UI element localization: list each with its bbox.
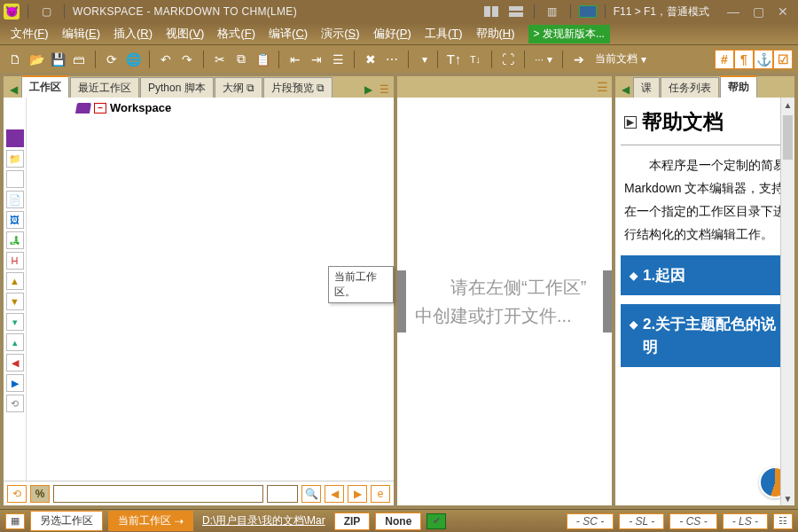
tab-workspace[interactable]: 工作区 <box>21 75 69 98</box>
save-all-icon[interactable]: 🗃 <box>69 50 89 69</box>
tab-scroll-left-icon[interactable]: ◀ <box>5 82 21 98</box>
status-current-workspace[interactable]: 当前工作区 ⇢ <box>108 511 193 531</box>
side-prev-icon[interactable]: ◀ <box>6 354 24 372</box>
status-settings-icon[interactable]: ☷ <box>773 513 793 529</box>
more-icon[interactable]: ⋯ <box>382 50 402 69</box>
tab-python[interactable]: Python 脚本 <box>140 77 214 98</box>
side-collapse-icon[interactable]: ▾ <box>6 313 24 331</box>
status-ok-icon[interactable]: ✔ <box>426 513 446 529</box>
indent-right-icon[interactable]: ⇥ <box>307 50 326 69</box>
arrow-right-icon[interactable]: ➔ <box>569 50 589 69</box>
status-none[interactable]: None <box>375 512 421 530</box>
editor-body[interactable]: 请在左侧“工作区”中创建或打开文件... <box>397 98 612 505</box>
side-down-icon[interactable]: ▼ <box>6 293 24 310</box>
titlebar-tool-icon[interactable]: ▢ <box>36 3 56 20</box>
nav-next-icon[interactable]: ▶ <box>348 485 367 503</box>
menu-help[interactable]: 帮助(H) <box>471 24 520 43</box>
layout-stack-icon[interactable] <box>506 3 526 20</box>
menu-compile[interactable]: 编译(C) <box>263 24 313 43</box>
check-icon[interactable]: ☑ <box>773 50 793 69</box>
side-next-icon[interactable]: ▶ <box>6 374 24 392</box>
cut-icon[interactable]: ✂ <box>210 50 230 69</box>
undo-icon[interactable]: ↶ <box>156 50 176 69</box>
menu-insert[interactable]: 插入(R) <box>108 24 158 43</box>
open-folder-icon[interactable]: 📂 <box>27 50 46 69</box>
tree-root[interactable]: – Workspace <box>27 98 394 118</box>
indent-left-icon[interactable]: ⇤ <box>286 50 305 69</box>
scroll-down-icon[interactable]: ▼ <box>781 491 794 505</box>
tab-menu-icon[interactable]: ☰ <box>376 82 392 98</box>
status-sc[interactable]: - SC - <box>567 513 614 529</box>
anchor-icon[interactable]: ⚓ <box>754 50 773 69</box>
menu-format[interactable]: 格式(F) <box>212 24 261 43</box>
doc-selector[interactable]: 当前文档 ▾ <box>591 51 650 66</box>
refresh-icon[interactable]: ⟳ <box>102 50 121 69</box>
status-zip[interactable]: ZIP <box>334 512 371 530</box>
toolbar-dropdown-1[interactable]: ▾ <box>415 53 431 66</box>
side-up-icon[interactable]: ▲ <box>6 272 24 290</box>
save-icon[interactable]: 💾 <box>48 50 67 69</box>
copy-icon[interactable]: ⧉ <box>231 50 251 69</box>
new-file-icon[interactable]: 🗋 <box>5 50 25 69</box>
nav-prev-icon[interactable]: ◀ <box>325 485 344 503</box>
menu-demo[interactable]: 演示(S) <box>316 24 364 43</box>
side-image-icon[interactable]: 🖼 <box>6 211 24 229</box>
side-reset-icon[interactable]: ⟲ <box>6 395 24 412</box>
status-ls[interactable]: - LS - <box>723 513 768 529</box>
tab-tasks[interactable]: 任务列表 <box>661 77 719 98</box>
reset-view-icon[interactable]: ⟲ <box>7 485 27 503</box>
search-field[interactable] <box>267 485 298 503</box>
side-book-icon[interactable] <box>6 129 24 147</box>
help-scrollbar[interactable]: ▲ ▼ <box>780 98 794 505</box>
side-doc-icon[interactable]: 🗎 <box>6 170 24 188</box>
redo-icon[interactable]: ↷ <box>177 50 197 69</box>
format-icon[interactable]: ¶ <box>734 50 754 69</box>
globe-icon[interactable]: 🌐 <box>123 50 143 69</box>
workspace-tree[interactable]: – Workspace 当前工作区。 <box>27 98 394 481</box>
close-button[interactable]: ✕ <box>771 4 794 20</box>
hash-icon[interactable]: # <box>715 50 734 69</box>
toolbar-dropdown-2[interactable]: ···▾ <box>531 53 556 66</box>
scroll-up-icon[interactable]: ▲ <box>781 98 794 112</box>
status-path-link[interactable]: D:\用户目录\我的文档\Mar <box>199 513 329 528</box>
tab-outline[interactable]: 大纲 ⧉ <box>215 77 262 98</box>
minimize-button[interactable]: — <box>722 4 745 20</box>
paste-icon[interactable]: 📋 <box>253 50 272 69</box>
font-bigger-icon[interactable]: T↑ <box>444 50 464 69</box>
side-folder-icon[interactable]: 📁 <box>6 150 24 168</box>
delete-icon[interactable]: ✖ <box>361 50 380 69</box>
update-available-badge[interactable]: > 发现新版本... <box>528 25 610 43</box>
help-section-1[interactable]: ◆ 1.起因 <box>621 255 789 296</box>
status-sl[interactable]: - SL - <box>619 513 664 529</box>
tab-scroll-left-icon[interactable]: ◀ <box>617 82 633 98</box>
browser-icon[interactable]: e <box>371 485 390 503</box>
layout-preset-icon[interactable]: ▥ <box>543 3 562 20</box>
tab-snippet[interactable]: 片段预览 ⧉ <box>263 77 332 98</box>
list-icon[interactable]: ☰ <box>328 50 348 69</box>
status-cs[interactable]: - CS - <box>669 513 716 529</box>
tab-recent[interactable]: 最近工作区 <box>70 77 139 98</box>
status-other-workspace[interactable]: 另选工作区 <box>30 511 103 531</box>
scroll-thumb[interactable] <box>783 115 793 160</box>
side-h-icon[interactable]: H <box>6 252 24 270</box>
tab-help[interactable]: 帮助 <box>720 75 757 98</box>
font-smaller-icon[interactable]: T↓ <box>466 50 485 69</box>
tab-scroll-right-icon[interactable]: ▶ <box>360 82 376 98</box>
tab-lesson[interactable]: 课 <box>633 77 660 98</box>
side-gallery-icon[interactable]: 🏞 <box>6 231 24 249</box>
menu-file[interactable]: 文件(F) <box>5 24 54 43</box>
side-note-icon[interactable]: 📄 <box>6 191 24 208</box>
menu-pref[interactable]: 偏好(P) <box>368 24 417 43</box>
search-icon[interactable]: 🔍 <box>301 485 321 503</box>
layout-split-icon[interactable] <box>481 3 501 20</box>
fullscreen-icon[interactable]: ⛶ <box>498 50 518 69</box>
help-section-2[interactable]: ◆ 2.关于主题配色的说明 <box>621 304 789 367</box>
side-expand-icon[interactable]: ▴ <box>6 333 24 351</box>
maximize-button[interactable]: ▢ <box>747 4 770 20</box>
menu-tools[interactable]: 工具(T) <box>419 24 468 43</box>
percent-icon[interactable]: % <box>30 485 50 503</box>
editor-tab-menu-icon[interactable]: ☰ <box>597 80 608 94</box>
menu-edit[interactable]: 编辑(E) <box>57 24 106 43</box>
menu-view[interactable]: 视图(V) <box>160 24 209 43</box>
status-grid-icon[interactable]: ▦ <box>5 513 25 529</box>
